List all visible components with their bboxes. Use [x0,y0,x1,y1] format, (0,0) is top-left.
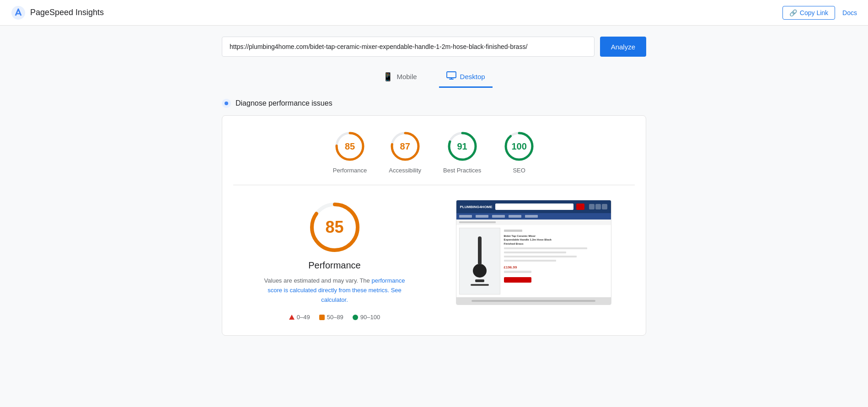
ss-product-image [459,228,500,295]
screenshot-inner: PLUMBING4HOME [456,200,611,305]
legend-pass-range: 90–100 [360,314,380,321]
performance-score: 85 [345,141,355,152]
ss-footer [456,297,611,305]
tab-desktop[interactable]: Desktop [439,68,493,88]
legend-average-range: 50–89 [327,314,343,321]
detail-right: PLUMBING4HOME [443,200,624,305]
best-practices-label: Best Practices [443,167,481,174]
ss-breadcrumb [456,220,611,225]
score-item-best-practices: 91 Best Practices [443,130,481,174]
screenshot-thumbnail: PLUMBING4HOME [456,200,611,305]
section-header: Diagnose performance issues [222,99,646,108]
accessibility-label: Accessibility [389,167,421,174]
scores-row: 85 Performance 87 Accessibility [233,130,635,185]
legend-average: 50–89 [319,314,343,321]
legend-fail-icon [289,315,295,320]
description-static-text: Values are estimated and may vary. The [264,277,372,284]
desktop-icon [446,71,456,82]
ss-nav [456,213,611,220]
big-performance-score: 85 [325,218,343,237]
score-item-accessibility: 87 Accessibility [389,130,421,174]
tab-mobile[interactable]: 📱 Mobile [375,68,424,88]
ss-search [495,204,573,210]
ss-product-info: Bidet Tap Ceramic MixerExpendable Handle… [504,228,608,295]
header-right: 🔗 Copy Link Docs [782,6,857,20]
score-circle-seo: 100 [503,130,535,162]
device-tabs: 📱 Mobile Desktop [222,68,646,88]
pagespeed-logo [11,5,26,20]
header-left: PageSpeed Insights [11,5,104,20]
score-circle-best-practices: 91 [446,130,478,162]
score-circle-performance: 85 [334,130,366,162]
mobile-icon: 📱 [383,72,393,82]
ss-add-to-cart [504,277,531,283]
ss-header: PLUMBING4HOME [456,200,611,213]
mobile-tab-label: Mobile [396,73,417,80]
ss-product-title: Bidet Tap Ceramic MixerExpendable Handle… [504,234,608,246]
svg-rect-1 [447,72,456,78]
legend-average-icon [319,315,325,320]
best-practices-score: 91 [457,141,467,152]
ss-logo: PLUMBING4HOME [460,205,493,209]
performance-label: Performance [333,167,367,174]
ss-search-btn [576,204,584,210]
url-input[interactable] [222,37,595,57]
section-header-icon [222,99,231,108]
link-icon: 🔗 [789,9,797,16]
legend-pass: 90–100 [353,314,380,321]
app-header: PageSpeed Insights 🔗 Copy Link Docs [0,0,868,26]
legend-fail-range: 0–49 [297,314,310,321]
score-item-performance: 85 Performance [333,130,367,174]
legend-pass-icon [353,315,358,320]
detail-left: 85 Performance Values are estimated and … [244,200,425,321]
detail-description: Values are estimated and may vary. The p… [257,276,413,305]
accessibility-score: 87 [400,141,410,152]
url-bar-container: Analyze [222,37,646,57]
seo-label: SEO [513,167,525,174]
docs-link[interactable]: Docs [842,9,857,16]
seo-score: 100 [511,141,526,152]
score-item-seo: 100 SEO [503,130,535,174]
big-score-circle: 85 [307,200,362,255]
ss-body: Bidet Tap Ceramic MixerExpendable Handle… [456,225,611,297]
detail-title: Performance [308,260,361,271]
analyze-button[interactable]: Analyze [600,37,646,57]
legend-row: 0–49 50–89 90–100 [289,314,380,321]
main-content: Analyze 📱 Mobile Desktop Diagnose perfor… [214,26,654,347]
detail-section: 85 Performance Values are estimated and … [233,185,635,335]
desktop-tab-label: Desktop [460,73,485,80]
section-title: Diagnose performance issues [236,99,332,107]
svg-point-0 [11,6,25,20]
score-circle-accessibility: 87 [389,130,421,162]
copy-link-button[interactable]: 🔗 Copy Link [782,6,835,20]
app-title: PageSpeed Insights [30,8,104,17]
scores-card: 85 Performance 87 Accessibility [222,115,646,336]
ss-product-price: £196.99 [504,265,608,269]
legend-fail: 0–49 [289,314,310,321]
